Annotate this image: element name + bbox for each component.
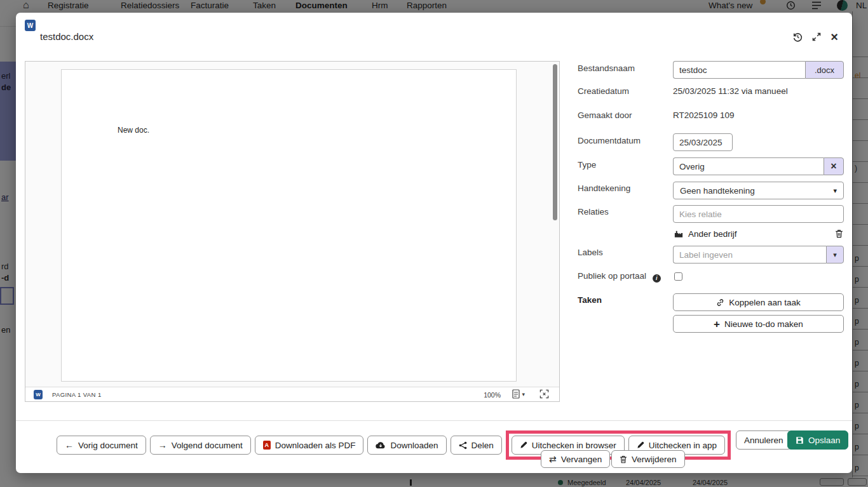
pencil-icon — [520, 441, 527, 449]
page-count-label: PAGINA 1 VAN 1 — [52, 391, 102, 398]
labels-dropdown-icon[interactable]: ▾ — [826, 246, 844, 264]
docx-suffix: .docx — [805, 61, 844, 79]
share-label: Delen — [471, 441, 494, 450]
save-label: Opslaan — [808, 436, 840, 445]
new-todo-button[interactable]: + Nieuwe to-do maken — [673, 315, 844, 333]
modal-title: testdoc.docx — [40, 31, 93, 42]
type-input[interactable] — [673, 157, 824, 175]
field-label-creatiedatum: Creatiedatum — [578, 86, 629, 96]
new-todo-label: Nieuwe to-do maken — [724, 319, 803, 329]
expand-icon[interactable] — [810, 30, 823, 43]
prev-document-button[interactable]: ← Vorig document — [57, 436, 146, 455]
company-icon — [674, 230, 683, 238]
trash-icon — [620, 455, 627, 464]
word-file-icon: W — [25, 20, 36, 31]
caret-down-icon: ▾ — [522, 391, 525, 397]
plus-icon: + — [714, 319, 720, 330]
history-icon[interactable] — [791, 30, 804, 43]
field-label-publiek: Publiek op portaal i — [578, 271, 661, 283]
arrow-right-icon: → — [158, 441, 167, 450]
next-document-button[interactable]: → Volgend document — [150, 436, 251, 455]
cancel-label: Annuleren — [744, 436, 783, 445]
checkout-app-label: Uitchecken in app — [649, 441, 717, 450]
caret-down-icon: ▾ — [833, 187, 837, 195]
type-field: × — [673, 157, 844, 175]
field-label-taken: Taken — [578, 295, 602, 305]
preview-scrollbar[interactable] — [553, 64, 557, 220]
arrow-left-icon: ← — [65, 441, 74, 450]
field-label-gemaakt-door: Gemaakt door — [578, 110, 632, 120]
trash-icon[interactable] — [835, 229, 843, 238]
download-pdf-label: Downloaden als PDF — [275, 441, 356, 450]
publiek-label-text: Publiek op portaal — [578, 271, 646, 281]
share-button[interactable]: Delen — [451, 436, 502, 455]
creatiedatum-value: 25/03/2025 11:32 via manueel — [673, 86, 788, 96]
field-label-handtekening: Handtekening — [578, 183, 630, 193]
labels-field: ▾ — [673, 246, 844, 264]
publiek-checkbox[interactable] — [674, 272, 682, 281]
info-icon[interactable]: i — [653, 274, 661, 283]
delete-label: Verwijderen — [632, 455, 677, 464]
pdf-icon: A — [263, 441, 271, 450]
clear-type-icon[interactable]: × — [824, 157, 844, 175]
fit-screen-icon[interactable] — [539, 389, 549, 399]
relaties-input[interactable] — [673, 205, 844, 223]
document-preview: New doc. W PAGINA 1 VAN 1 100% ▾ — [25, 61, 560, 402]
checkout-browser-label: Uitchecken in browser — [532, 441, 616, 450]
relation-item: Ander bedrijf — [673, 228, 844, 242]
bestandsnaam-field: .docx — [673, 61, 844, 79]
footer-divider — [16, 420, 852, 421]
download-label: Downloaden — [390, 441, 438, 450]
labels-input[interactable] — [673, 246, 826, 264]
word-file-icon: W — [34, 390, 43, 399]
relation-item-label: Ander bedrijf — [688, 229, 737, 239]
document-detail-modal: W testdoc.docx × New doc. W PAGINA 1 VAN… — [16, 13, 852, 473]
document-page: New doc. — [61, 69, 517, 382]
bestandsnaam-input[interactable] — [673, 61, 805, 79]
link-task-label: Koppelen aan taak — [729, 298, 801, 307]
pencil-icon — [637, 441, 644, 449]
cancel-button[interactable]: Annuleren — [736, 430, 792, 450]
save-button[interactable]: Opslaan — [787, 430, 848, 450]
share-icon — [459, 441, 467, 450]
replace-label: Vervangen — [561, 455, 602, 464]
field-label-labels: Labels — [578, 248, 603, 257]
next-document-label: Volgend document — [172, 441, 243, 450]
page-view-icon[interactable]: ▾ — [512, 389, 525, 399]
close-icon[interactable]: × — [828, 30, 841, 43]
swap-icon: ⇄ — [549, 455, 557, 464]
download-pdf-button[interactable]: A Downloaden als PDF — [255, 436, 364, 455]
cloud-download-icon — [376, 441, 386, 449]
prev-document-label: Vorig document — [78, 441, 138, 450]
save-icon — [796, 436, 804, 444]
download-button[interactable]: Downloaden — [367, 436, 446, 455]
field-label-documentdatum: Documentdatum — [578, 136, 641, 145]
field-label-type: Type — [578, 160, 596, 170]
replace-button[interactable]: ⇄ Vervangen — [541, 450, 610, 468]
field-label-bestandsnaam: Bestandsnaam — [578, 63, 635, 73]
gemaakt-door-value: RT2025109 109 — [673, 110, 735, 120]
handtekening-select[interactable]: Geen handtekening ▾ — [673, 182, 844, 199]
handtekening-value: Geen handtekening — [680, 186, 755, 196]
preview-status-bar: W PAGINA 1 VAN 1 100% ▾ — [25, 387, 559, 401]
delete-button[interactable]: Verwijderen — [611, 450, 685, 468]
field-label-relaties: Relaties — [578, 207, 609, 217]
link-task-button[interactable]: Koppelen aan taak — [673, 293, 844, 311]
documentdatum-input[interactable] — [673, 133, 733, 151]
document-text: New doc. — [118, 126, 149, 135]
zoom-level-label: 100% — [484, 391, 501, 399]
